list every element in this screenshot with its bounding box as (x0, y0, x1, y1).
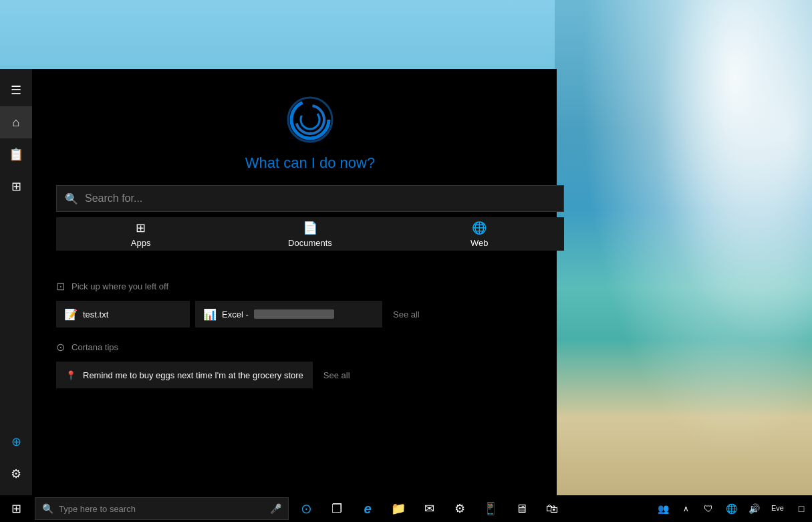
taskbar-network[interactable]: 🌐 (720, 495, 742, 522)
taskbar-chevron-up[interactable]: ∧ (675, 495, 696, 522)
settings-taskbar-icon: ⚙ (454, 501, 465, 516)
filter-tabs: ⊞ Apps 📄 Documents 🌐 Web (56, 217, 564, 251)
taskbar-volume[interactable]: 🔊 (743, 495, 765, 522)
recent-item-txt-name: test.txt (83, 309, 108, 319)
start-button[interactable]: ⊞ (0, 495, 32, 522)
grid-icon: ⊞ (11, 179, 21, 194)
taskbar-file-explorer[interactable]: 📁 (384, 495, 413, 522)
time-text: Eve (771, 504, 784, 512)
recent-item-excel[interactable]: 📊 Excel - (195, 301, 382, 328)
people-icon: 👥 (658, 503, 669, 514)
hamburger-icon: ☰ (11, 83, 21, 98)
edge-icon: e (364, 501, 371, 517)
tips-see-all[interactable]: See all (323, 370, 350, 380)
tab-apps-label: Apps (131, 238, 151, 248)
taskbar-search[interactable]: 🔍 Type here to search 🎤 (35, 497, 289, 520)
reminder-icon: 📍 (65, 370, 76, 380)
tips-section: ⊙ Cortana tips 📍 Remind me to buy eggs n… (56, 341, 564, 388)
sidebar-settings[interactable]: ⚙ (0, 458, 32, 490)
store-icon: 🛍 (546, 502, 558, 516)
taskbar-cortana[interactable]: ⊙ (291, 495, 321, 522)
taskbar-search-placeholder: Type here to search (59, 504, 136, 514)
recent-see-all[interactable]: See all (393, 309, 420, 319)
recent-items: 📝 test.txt 📊 Excel - See all (56, 301, 564, 328)
tips-section-header: ⊙ Cortana tips (56, 341, 564, 354)
phone-icon: 📱 (483, 501, 498, 516)
svg-point-3 (301, 110, 319, 129)
search-icon: 🔍 (65, 192, 78, 205)
tab-apps[interactable]: ⊞ Apps (56, 217, 225, 251)
time-display[interactable]: Eve (766, 503, 789, 513)
tips-section-title: Cortana tips (72, 342, 118, 352)
settings-icon: ⚙ (11, 467, 21, 481)
tips-icon: ⊙ (56, 341, 65, 354)
remote-icon: 🖥 (515, 502, 527, 516)
windows-icon: ⊞ (11, 501, 21, 516)
web-icon: 🌐 (472, 221, 487, 235)
mail-icon: ✉ (424, 501, 434, 516)
sidebar-globe[interactable]: ⊕ (0, 426, 32, 458)
sidebar-documents[interactable]: 📋 (0, 138, 32, 170)
recent-icon: ⊡ (56, 280, 65, 293)
chevron-up-icon: ∧ (683, 504, 689, 513)
cortana-tip-text: Remind me to buy eggs next time I'm at t… (83, 370, 303, 380)
svg-point-0 (288, 98, 332, 142)
excel-icon: 📊 (203, 308, 217, 321)
recent-section-header: ⊡ Pick up where you left off (56, 280, 564, 293)
tab-documents[interactable]: 📄 Documents (225, 217, 394, 251)
taskbar-settings[interactable]: ⚙ (445, 495, 475, 522)
volume-icon: 🔊 (749, 503, 760, 514)
cortana-taskbar-icon: ⊙ (301, 501, 312, 517)
tab-web-label: Web (470, 238, 489, 248)
taskbar: ⊞ 🔍 Type here to search 🎤 ⊙ ❐ e 📁 ✉ ⚙ 📱 (0, 495, 812, 522)
recent-item-test-txt[interactable]: 📝 test.txt (56, 301, 190, 328)
taskbar-mail[interactable]: ✉ (414, 495, 444, 522)
action-center-icon: □ (799, 503, 804, 514)
tab-documents-label: Documents (288, 238, 332, 248)
cortana-logo (286, 96, 334, 144)
tab-web[interactable]: 🌐 Web (395, 217, 564, 251)
taskbar-apps: ⊙ ❐ e 📁 ✉ ⚙ 📱 🖥 🛍 (291, 495, 652, 522)
task-view-icon: ❐ (331, 501, 342, 516)
taskbar-phone[interactable]: 📱 (476, 495, 505, 522)
search-bar[interactable]: 🔍 Search for... (56, 185, 564, 212)
mic-icon: 🎤 (270, 503, 281, 514)
taskbar-store[interactable]: 🛍 (537, 495, 567, 522)
sidebar-all-apps[interactable]: ⊞ (0, 170, 32, 203)
txt-icon: 📝 (64, 308, 78, 321)
taskbar-search-icon: 🔍 (42, 503, 53, 514)
file-explorer-icon: 📁 (391, 501, 406, 516)
document-tab-icon: 📄 (303, 221, 317, 235)
start-menu-sidebar: ☰ ⌂ 📋 ⊞ ⊕ ⚙ 👤 (0, 69, 32, 522)
network-icon: 🌐 (726, 503, 737, 514)
apps-icon: ⊞ (136, 221, 146, 235)
recent-item-excel-name: Excel - (222, 309, 249, 319)
taskbar-people-icon[interactable]: 👥 (652, 495, 674, 522)
start-menu: ☰ ⌂ 📋 ⊞ ⊕ ⚙ 👤 (0, 69, 557, 522)
shield-icon: 🛡 (704, 503, 713, 514)
taskbar-remote[interactable]: 🖥 (507, 495, 536, 522)
action-center-button[interactable]: □ (791, 495, 812, 522)
home-icon: ⌂ (13, 116, 20, 130)
cortana-tagline: What can I do now? (245, 154, 375, 172)
taskbar-task-view[interactable]: ❐ (322, 495, 352, 522)
cortana-tip-item[interactable]: 📍 Remind me to buy eggs next time I'm at… (56, 362, 313, 388)
recent-section: ⊡ Pick up where you left off 📝 test.txt … (56, 280, 564, 328)
document-icon: 📋 (9, 147, 23, 162)
search-placeholder: Search for... (85, 192, 142, 205)
excel-filename-blurred (254, 309, 334, 319)
taskbar-antivirus[interactable]: 🛡 (698, 495, 719, 522)
sidebar-home[interactable]: ⌂ (0, 106, 32, 138)
cortana-area: What can I do now? 🔍 Search for... ⊞ App… (56, 69, 564, 280)
taskbar-edge[interactable]: e (353, 495, 382, 522)
tips-items: 📍 Remind me to buy eggs next time I'm at… (56, 362, 564, 388)
notification-area: 👥 ∧ 🛡 🌐 🔊 Eve □ (652, 495, 812, 522)
sidebar-hamburger[interactable]: ☰ (0, 74, 32, 106)
recent-section-title: Pick up where you left off (72, 281, 168, 291)
globe-icon: ⊕ (11, 434, 21, 449)
start-menu-main: What can I do now? 🔍 Search for... ⊞ App… (32, 69, 588, 522)
